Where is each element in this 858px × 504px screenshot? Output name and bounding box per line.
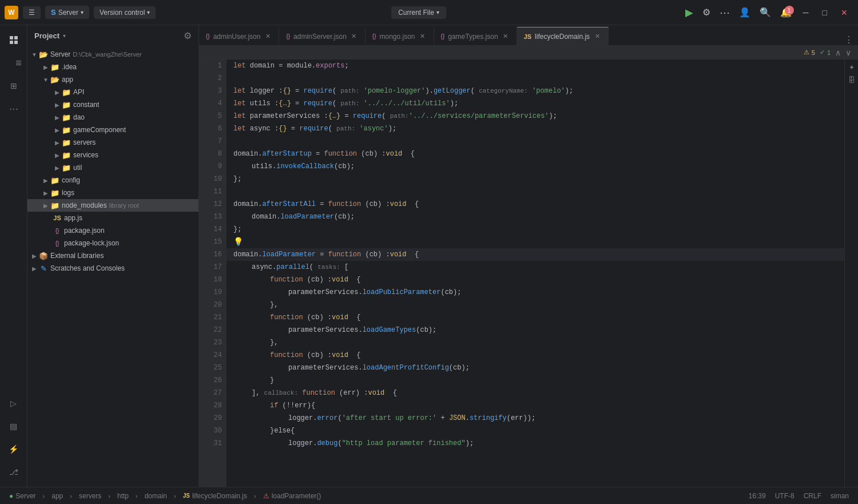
tree-arrow-services: ▶: [53, 150, 62, 160]
problems-btn[interactable]: ⚡: [3, 439, 24, 459]
code-line-7: [227, 135, 844, 148]
breadcrumb-arrow-4: ›: [136, 493, 138, 499]
tree-label-config: config: [62, 176, 80, 184]
folder-icon-constant: 📁: [62, 100, 71, 109]
folder-icon-idea: 📁: [50, 62, 59, 72]
tree-item-nodemodules[interactable]: ▶ 📁 node_modules library root: [27, 199, 198, 212]
tree-label-logs: logs: [62, 189, 74, 197]
code-line-29: logger.error('after start up error:' + J…: [227, 412, 844, 424]
tab-gametypes[interactable]: {} gameTypes.json ✕: [434, 27, 517, 45]
statusbar-app[interactable]: app: [49, 492, 65, 500]
statusbar-domain[interactable]: domain: [142, 492, 169, 500]
tab-adminuser[interactable]: {} adminUser.json ✕: [199, 27, 279, 45]
git-btn[interactable]: ⎇: [3, 462, 24, 482]
tab-close-lifecycledomain[interactable]: ✕: [593, 33, 601, 41]
warning-count: ⚠ 5: [804, 49, 815, 56]
tab-close-gametypes[interactable]: ✕: [502, 33, 510, 41]
profile-button[interactable]: 👤: [736, 5, 754, 20]
tab-lifecycledomain[interactable]: JS lifecycleDomain.js ✕: [517, 27, 609, 45]
tree-item-dao[interactable]: ▶ 📁 dao: [27, 111, 198, 124]
tree-item-services[interactable]: ▶ 📁 services: [27, 149, 198, 161]
plugins-btn[interactable]: ⊞: [3, 76, 24, 96]
tree-item-logs[interactable]: ▶ 📁 logs: [27, 186, 198, 199]
project-panel-btn[interactable]: [3, 30, 24, 50]
titlebar-center: Current File ▾: [160, 6, 677, 19]
tree-item-packagejson[interactable]: ▶ {} package.json: [27, 224, 198, 237]
tree-item-gamecomponent[interactable]: ▶ 📁 gameComponent: [27, 124, 198, 136]
search-button[interactable]: 🔍: [756, 5, 774, 20]
statusbar-icon-server: ●: [9, 492, 13, 500]
ai-assist-icon[interactable]: ✦: [846, 62, 857, 73]
notification-badge: 1: [785, 6, 794, 15]
tree-item-server[interactable]: ▼ 📂 Server D:\Cbk_wangZhe\Server: [27, 48, 198, 61]
statusbar-servers[interactable]: servers: [77, 492, 104, 500]
close-button[interactable]: ✕: [835, 6, 853, 19]
maximize-button[interactable]: □: [817, 6, 833, 19]
code-line-8: domain.afterStartup = function (cb) :voi…: [227, 148, 844, 160]
more-button[interactable]: ⋯: [716, 4, 733, 21]
tab-close-adminserver[interactable]: ✕: [350, 33, 358, 41]
tree-item-appjs[interactable]: ▶ JS app.js: [27, 212, 198, 224]
more-tools-btn[interactable]: ⋯: [3, 98, 24, 119]
tree-item-packagelock[interactable]: ▶ {} package-lock.json: [27, 237, 198, 249]
tree-item-util[interactable]: ▶ 📁 util: [27, 161, 198, 174]
folder-icon-logs: 📁: [50, 188, 59, 197]
code-line-1: let domain = module.exports;: [227, 59, 844, 72]
folder-icon-servers: 📁: [62, 138, 71, 147]
folder-icon-nodemodules: 📁: [50, 201, 59, 210]
terminal-btn[interactable]: ▤: [3, 416, 24, 436]
code-line-24: function (cb) :void {: [227, 349, 844, 362]
run-panel-btn[interactable]: ▷: [3, 393, 24, 414]
tree-item-extlibs[interactable]: ▶ 📦 External Libraries: [27, 249, 198, 262]
statusbar-http[interactable]: http: [115, 492, 131, 500]
tree-arrow-server: ▼: [30, 50, 39, 59]
statusbar-line-ending[interactable]: CRLF: [801, 492, 824, 500]
tab-close-mongo[interactable]: ✕: [419, 33, 427, 41]
left-iconbar: ≡ ⊞ ⋯ ▷ ▤ ⚡ ⎇: [0, 25, 27, 487]
project-selector[interactable]: S Server ▾: [45, 6, 89, 19]
minimize-button[interactable]: ─: [797, 6, 815, 19]
code-line-21: function (cb) :void {: [227, 311, 844, 324]
tree-arrow-util: ▶: [53, 163, 62, 172]
db-icon[interactable]: 🗄: [846, 74, 857, 86]
tab-adminserver[interactable]: {} adminServer.json ✕: [279, 27, 365, 45]
tree-label-app: app: [62, 76, 73, 84]
ext-lib-icon: 📦: [39, 251, 48, 260]
tab-close-adminuser[interactable]: ✕: [264, 33, 272, 41]
tree-item-constant[interactable]: ▶ 📁 constant: [27, 98, 198, 111]
hamburger-menu[interactable]: ☰: [23, 6, 41, 19]
tree-arrow-dao: ▶: [53, 113, 62, 122]
settings-button[interactable]: ⚙: [699, 5, 714, 20]
expand-btn[interactable]: ∨: [845, 48, 851, 57]
tab-mongo[interactable]: {} mongo.json ✕: [366, 27, 434, 45]
code-content[interactable]: let domain = module.exports; let logger …: [227, 59, 844, 487]
statusbar-file[interactable]: JS lifecycleDomain.js: [181, 492, 249, 500]
folder-icon-util: 📁: [62, 163, 71, 172]
tree-arrow-servers: ▶: [53, 138, 62, 147]
statusbar-indent[interactable]: siman: [828, 492, 851, 500]
vcs-button[interactable]: Version control ▾: [94, 6, 156, 19]
sidebar-settings-icon[interactable]: ⚙: [184, 30, 192, 41]
folder-icon-services: 📁: [62, 150, 71, 160]
tree-item-servers[interactable]: ▶ 📁 servers: [27, 136, 198, 149]
run-button[interactable]: ▶: [682, 4, 697, 21]
scratch-icon: ✎: [39, 264, 48, 273]
structure-btn[interactable]: ≡: [3, 53, 24, 73]
code-line-19: parameterServices.loadPublicParameter(cb…: [227, 286, 844, 299]
statusbar-warning[interactable]: ⚠ loadParameter(): [261, 492, 324, 500]
tree-item-scratches[interactable]: ▶ ✎ Scratches and Consoles: [27, 262, 198, 275]
tree-item-api[interactable]: ▶ 📁 API: [27, 86, 198, 98]
tree-item-config[interactable]: ▶ 📁 config: [27, 174, 198, 186]
tree-label-dao: dao: [73, 113, 85, 121]
tree-item-app[interactable]: ▼ 📂 app: [27, 73, 198, 86]
statusbar-server[interactable]: ● Server: [7, 492, 38, 500]
collapse-btn[interactable]: ∧: [835, 48, 841, 57]
current-file-selector[interactable]: Current File ▾: [391, 6, 446, 19]
tree-label-packagejson: package.json: [64, 227, 105, 235]
tab-more-button[interactable]: ⋮: [840, 34, 858, 45]
tree-label-appjs: app.js: [64, 214, 82, 222]
svg-rect-2: [10, 41, 13, 44]
right-icons-panel: ✦ 🗄: [844, 59, 858, 487]
statusbar-encoding[interactable]: UTF-8: [773, 492, 797, 500]
tree-item-idea[interactable]: ▶ 📁 .idea: [27, 61, 198, 73]
